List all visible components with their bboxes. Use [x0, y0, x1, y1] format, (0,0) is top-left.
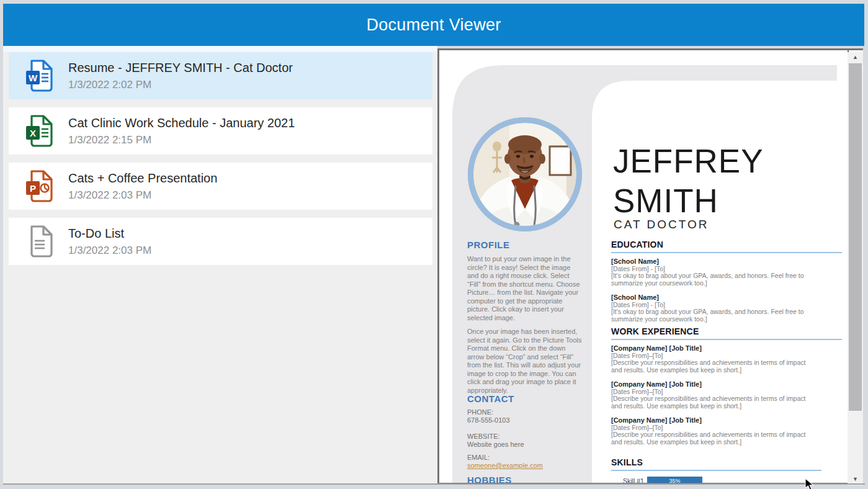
- list-top-strip: [3, 46, 437, 52]
- document-name: Cats + Coffee Presentation: [68, 171, 217, 186]
- resume-last-name: SMITH: [613, 182, 718, 220]
- mouse-cursor: [805, 478, 814, 489]
- work-entry: [Company Name] [Job Title] [Dates From]–…: [611, 345, 842, 374]
- company-job-title: [Company Name] [Job Title]: [611, 345, 842, 352]
- contact-heading: CONTACT: [467, 393, 589, 404]
- work-description: [Describe your responsibilities and achi…: [611, 359, 842, 374]
- contact-website: WEBSITE: Website goes here: [467, 433, 589, 449]
- contact-phone: PHONE: 678-555-0103: [467, 408, 589, 424]
- svg-text:X: X: [30, 128, 36, 138]
- document-date: 1/3/2022 2:15 PM: [68, 134, 295, 146]
- website-value: Website goes here: [467, 441, 589, 449]
- profile-paragraph: Want to put your own image in the circle…: [467, 255, 589, 322]
- school-name: [School Name]: [611, 258, 842, 266]
- education-section: EDUCATION [School Name] [Dates From] - […: [611, 240, 842, 330]
- word-file-icon: W: [25, 60, 53, 92]
- school-description: [It's okay to brag about your GPA, award…: [611, 272, 842, 287]
- document-date: 1/3/2022 2:02 PM: [68, 79, 293, 91]
- contact-email: EMAIL: someone@example.com: [467, 454, 589, 470]
- phone-value: 678-555-0103: [467, 416, 589, 424]
- document-list-item[interactable]: W Resume - JEFFREY SMITH - Cat Doctor 1/…: [9, 52, 432, 99]
- scroll-up-icon[interactable]: ▲: [848, 52, 863, 63]
- document-date: 1/3/2022 2:03 PM: [68, 189, 217, 202]
- skill-progress-bar: 35%: [647, 477, 702, 483]
- hobbies-heading: HOBBIES: [467, 475, 589, 483]
- document-list-item[interactable]: To-Do List 1/3/2022 2:03 PM: [9, 218, 432, 265]
- resume-page: JEFFREY SMITH CAT DOCTOR PROFILE Want to…: [439, 50, 849, 483]
- preview-scrollbar: ▲ ▼: [848, 52, 863, 485]
- company-job-title: [Company Name] [Job Title]: [611, 417, 842, 424]
- excel-file-icon: X: [25, 115, 53, 147]
- work-description: [Describe your responsibilities and achi…: [611, 395, 842, 410]
- work-entry: [Company Name] [Job Title] [Dates From]–…: [611, 381, 842, 410]
- education-entry: [School Name] [Dates From] - [To] [It's …: [611, 258, 842, 287]
- company-job-title: [Company Name] [Job Title]: [611, 381, 842, 388]
- work-experience-heading: WORK EXPERIENCE: [611, 326, 842, 340]
- text-file-icon: [25, 225, 53, 258]
- website-label: WEBSITE:: [467, 433, 589, 441]
- profile-photo: [467, 117, 583, 232]
- document-list-item[interactable]: P Cats + Coffee Presentation 1/3/2022 2:…: [9, 163, 432, 210]
- svg-text:P: P: [30, 183, 36, 194]
- document-name: Resume - JEFFREY SMITH - Cat Doctor: [68, 61, 293, 75]
- work-experience-section: WORK EXPERIENCE [Company Name] [Job Titl…: [611, 326, 842, 453]
- skill-label: Skill #1: [623, 477, 647, 483]
- email-label: EMAIL:: [467, 454, 589, 462]
- scrollbar-thumb[interactable]: [849, 63, 862, 411]
- document-name: Cat Clinic Work Schedule - January 2021: [68, 116, 295, 130]
- phone-label: PHONE:: [467, 408, 589, 416]
- education-entry: [School Name] [Dates From] - [To] [It's …: [611, 294, 842, 323]
- work-description: [Describe your responsibilities and achi…: [611, 431, 842, 446]
- titlebar: Document Viewer: [3, 4, 864, 46]
- school-description: [It's okay to brag about your GPA, award…: [611, 308, 842, 323]
- work-entry: [Company Name] [Job Title] [Dates From]–…: [611, 417, 842, 446]
- page-title: Document Viewer: [366, 16, 501, 35]
- profile-paragraph: Once your image has been inserted, selec…: [467, 328, 589, 395]
- svg-text:W: W: [29, 73, 38, 83]
- education-heading: EDUCATION: [611, 240, 842, 253]
- document-list-item[interactable]: X Cat Clinic Work Schedule - January 202…: [9, 107, 432, 155]
- resume-job-title: CAT DOCTOR: [614, 218, 709, 231]
- resume-first-name: JEFFREY: [613, 142, 764, 180]
- document-name: To-Do List: [68, 227, 151, 241]
- skills-heading: SKILLS: [611, 457, 821, 471]
- preview-pane: JEFFREY SMITH CAT DOCTOR PROFILE Want to…: [437, 48, 863, 485]
- profile-heading: PROFILE: [467, 240, 589, 250]
- window-bottom-border: [3, 483, 865, 485]
- document-list: W Resume - JEFFREY SMITH - Cat Doctor 1/…: [3, 46, 437, 484]
- powerpoint-file-icon: P: [25, 170, 53, 202]
- document-date: 1/3/2022 2:03 PM: [68, 244, 151, 257]
- email-link[interactable]: someone@example.com: [467, 462, 589, 470]
- app-window: Document Viewer W Resume - JEFFREY SMITH…: [0, 0, 868, 489]
- school-name: [School Name]: [611, 294, 842, 302]
